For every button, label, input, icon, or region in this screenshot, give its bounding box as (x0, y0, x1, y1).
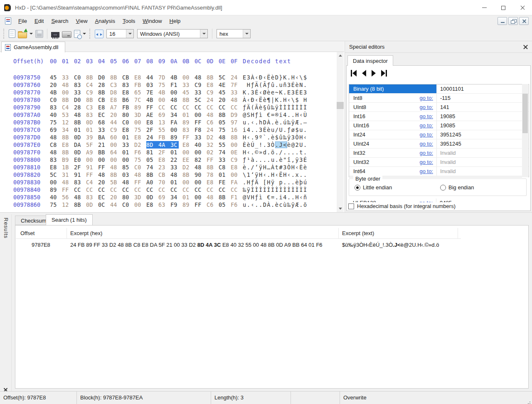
hex-byte[interactable]: 48 (50, 134, 62, 141)
hex-byte[interactable]: 55 (219, 141, 231, 149)
hex-byte[interactable]: CC (219, 104, 231, 111)
hex-byte[interactable]: 01 (219, 171, 231, 178)
row-offset[interactable]: 00978760 (13, 81, 50, 89)
export-dropdown-caret[interactable] (83, 33, 86, 35)
hex-byte[interactable]: A9 (86, 149, 98, 156)
hex-byte[interactable]: 20 (110, 111, 122, 119)
hex-byte[interactable]: 00 (182, 149, 195, 156)
hex-byte[interactable]: BA (98, 134, 110, 141)
hex-byte[interactable]: 3D (134, 111, 146, 119)
hex-byte[interactable]: 8B (62, 149, 74, 156)
next-byte-button[interactable] (372, 70, 376, 77)
hex-byte[interactable]: 0E (231, 149, 243, 156)
hex-byte[interactable]: F6 (231, 201, 243, 208)
checkbox-icon[interactable] (348, 203, 354, 209)
tab-search[interactable]: Search (1 hits) (46, 214, 93, 225)
row-offset[interactable]: 009787F0 (13, 149, 50, 156)
hex-byte[interactable]: CC (74, 186, 86, 193)
hex-byte[interactable]: 24 (146, 134, 158, 141)
previous-byte-button[interactable] (362, 70, 366, 77)
inspector-row[interactable]: Binary (8 bit)10001101 (349, 84, 529, 94)
hex-byte[interactable]: 05 (146, 156, 158, 164)
hex-byte[interactable]: 48 (219, 134, 231, 141)
hex-byte[interactable]: 20 (50, 81, 62, 89)
hex-byte[interactable]: C6 (207, 119, 219, 126)
hex-byte[interactable]: 00 (195, 111, 207, 119)
hex-byte[interactable]: E8 (134, 134, 146, 141)
chevron-down-icon[interactable] (200, 30, 207, 38)
inspector-value[interactable]: Invalid (440, 167, 456, 176)
hex-byte[interactable]: F1 (231, 193, 243, 201)
hex-byte[interactable]: 12 (62, 201, 74, 208)
last-byte-button[interactable] (381, 70, 387, 77)
inspector-value[interactable]: 19085 (440, 121, 455, 130)
row-offset[interactable]: 00978820 (13, 171, 50, 178)
hex-byte[interactable]: 89 (50, 186, 62, 193)
hex-byte[interactable]: 03 (146, 81, 158, 89)
hex-byte[interactable]: 60 (110, 134, 122, 141)
scrollbar-thumb[interactable] (337, 102, 344, 109)
hex-byte[interactable]: 89 (182, 119, 195, 126)
hex-byte[interactable]: 83 (74, 178, 86, 186)
hex-byte[interactable]: 13 (158, 119, 170, 126)
hex-byte[interactable]: 83 (122, 81, 134, 89)
hex-byte[interactable]: C9 (207, 89, 219, 96)
hex-byte[interactable]: CC (158, 104, 170, 111)
hex-byte[interactable]: 48 (207, 111, 219, 119)
hex-byte[interactable]: 00 (182, 74, 195, 81)
hex-byte[interactable]: 85 (122, 164, 134, 171)
menu-item-window[interactable]: Window (139, 16, 165, 26)
save-button[interactable] (35, 30, 43, 38)
goto-link[interactable]: go to: (411, 139, 433, 148)
hex-byte[interactable]: 00 (98, 156, 110, 164)
hex-byte[interactable]: 97 (231, 119, 243, 126)
hex-byte[interactable]: 7F (231, 81, 243, 89)
radio-big-endian[interactable]: Big endian (440, 184, 474, 191)
hex-byte[interactable]: 01 (122, 149, 134, 156)
inspector-value[interactable]: Invalid (440, 158, 456, 166)
hex-byte[interactable]: C4 (86, 81, 98, 89)
hex-byte[interactable]: 00 (170, 89, 182, 96)
hex-byte[interactable]: 24 (207, 96, 219, 104)
hex-byte[interactable]: 8B (231, 134, 243, 141)
hex-byte[interactable]: 44 (110, 119, 122, 126)
hex-byte[interactable]: 8B (86, 96, 98, 104)
hex-byte[interactable]: 20 (219, 96, 231, 104)
row-offset[interactable]: 009787E0 (13, 141, 50, 149)
hex-byte[interactable]: F9 (170, 201, 182, 208)
hex-byte[interactable]: C0 (122, 119, 134, 126)
hex-byte[interactable]: 69 (158, 193, 170, 201)
hex-byte[interactable]: FA (231, 178, 243, 186)
hex-byte[interactable]: D2 (207, 134, 219, 141)
inspector-row[interactable]: Int8go to:-115 (349, 94, 529, 103)
hex-byte[interactable]: 83 (86, 111, 98, 119)
hex-byte[interactable]: 8D (146, 141, 158, 149)
scrollbar-thumb[interactable] (522, 94, 528, 133)
hex-byte[interactable]: CC (134, 186, 146, 193)
hex-byte[interactable]: 33 (170, 164, 182, 171)
hex-byte[interactable]: 45 (50, 74, 62, 81)
row-offset[interactable]: 009787A0 (13, 111, 50, 119)
open-dropdown-caret[interactable] (30, 33, 33, 35)
decoded-cell[interactable]: ƒÄ(Ãè§û‰ÿÌÌÌÌÌÌÌ (243, 104, 308, 111)
hex-byte[interactable]: 8B (98, 89, 110, 96)
hex-byte[interactable]: 7E (146, 89, 158, 96)
decoded-cell[interactable]: H‹.9º`.è$û‰ÿ3ÒH‹ (243, 134, 308, 141)
hex-byte[interactable]: FB (122, 104, 134, 111)
hex-basis-option[interactable]: Hexadecimal basis (for integral numbers) (348, 203, 456, 209)
hex-byte[interactable]: 22 (170, 156, 182, 164)
hex-byte[interactable]: CC (158, 186, 170, 193)
hex-byte[interactable]: 0D (74, 134, 86, 141)
row-offset[interactable]: 00978770 (13, 89, 50, 96)
hex-byte[interactable]: 00 (110, 156, 122, 164)
hex-byte[interactable]: 83 (86, 193, 98, 201)
hex-byte[interactable]: 8B (74, 119, 86, 126)
close-panel-icon[interactable] (523, 45, 528, 49)
hex-byte[interactable]: E8 (207, 81, 219, 89)
export-button[interactable] (74, 30, 80, 38)
hex-byte[interactable]: 20 (98, 178, 110, 186)
goto-link[interactable]: go to: (411, 167, 433, 176)
inspector-value[interactable]: 10001101 (440, 84, 464, 93)
hex-byte[interactable]: CC (219, 186, 231, 193)
menu-item-file[interactable]: File (15, 16, 31, 26)
